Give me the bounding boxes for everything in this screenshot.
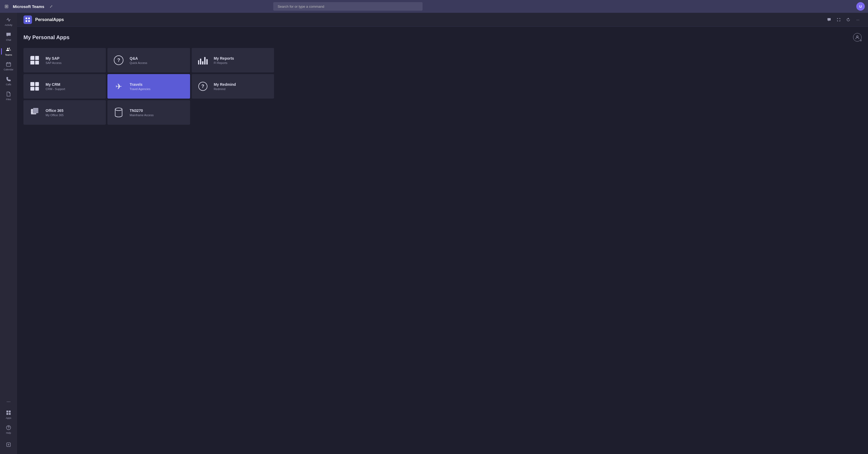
sidebar-item-files[interactable]: Files <box>1 89 16 103</box>
app-tile-name-my-reports: My Reports <box>214 56 269 61</box>
app-tile-desc-qna: Quick Access <box>130 61 184 64</box>
svg-rect-16 <box>28 18 30 19</box>
sidebar-item-share[interactable] <box>1 440 16 451</box>
redmind-icon: ? <box>198 82 208 91</box>
app-tile-icon-travels: ✈ <box>113 81 124 92</box>
svg-point-23 <box>115 108 122 110</box>
app-tile-name-my-crm: My CRM <box>45 82 100 87</box>
sidebar-label-calendar: Calendar <box>4 68 13 71</box>
app-tile-name-qna: Q&A <box>130 56 184 61</box>
app-tile-my-sap[interactable]: My SAP SAP Access <box>24 48 106 72</box>
app-tile-desc-my-crm: CRM - Support <box>45 87 100 91</box>
app-tile-icon-my-reports <box>197 55 209 66</box>
app-tile-desc-my-redmind: Redmind <box>214 87 269 91</box>
app-tile-my-crm[interactable]: My CRM CRM - Support <box>24 74 106 99</box>
app-tile-travels[interactable]: ✈ Travels Travel Agencies <box>107 74 190 99</box>
app-tile-text-qna: Q&A Quick Access <box>130 56 184 64</box>
share-icon <box>6 442 11 448</box>
app-tile-my-reports[interactable]: My Reports FI Reports <box>192 48 274 72</box>
calendar-icon <box>6 62 11 68</box>
content-header-title: PersonalApps <box>35 17 64 22</box>
app-tile-name-travels: Travels <box>130 82 184 87</box>
svg-point-0 <box>7 48 8 49</box>
sidebar-label-help: Help <box>6 432 11 434</box>
user-settings-icon[interactable]: ⚙ <box>853 33 862 41</box>
svg-rect-7 <box>9 411 11 413</box>
app-tile-icon-office365 <box>29 107 40 118</box>
svg-rect-6 <box>6 411 8 413</box>
avatar[interactable]: U <box>856 2 865 11</box>
app-tile-icon-qna: ? <box>113 55 124 66</box>
activity-icon <box>6 17 11 23</box>
page-title: My Personal Apps <box>24 34 69 40</box>
app-tile-name-my-redmind: My Redmind <box>214 82 269 87</box>
app-tile-desc-office365: My Office 365 <box>45 114 100 117</box>
chat-icon <box>6 32 11 38</box>
app-body: Activity Chat Teams Calendar Calls <box>0 13 868 454</box>
app-tile-icon-my-redmind: ? <box>197 81 209 92</box>
refresh-action-btn[interactable] <box>844 16 852 24</box>
sidebar-label-files: Files <box>6 98 11 101</box>
sidebar-more-dots[interactable]: ··· <box>1 397 16 406</box>
app-tile-desc-tn3270: Mainframe Access <box>130 114 184 117</box>
app-tile-desc-my-reports: FI Reports <box>214 61 269 64</box>
app-tile-qna[interactable]: ? Q&A Quick Access <box>107 48 190 72</box>
app-tile-name-office365: Office 365 <box>45 108 100 113</box>
sidebar-label-apps: Apps <box>6 417 11 420</box>
app-tile-text-my-reports: My Reports FI Reports <box>214 56 269 64</box>
page-title-row: My Personal Apps ⚙ <box>24 33 862 41</box>
sidebar-item-calendar[interactable]: Calendar <box>1 59 16 73</box>
app-tile-text-tn3270: TN3270 Mainframe Access <box>130 108 184 117</box>
sidebar-label-activity: Activity <box>5 24 12 27</box>
content-header-actions: ··· <box>825 16 862 24</box>
app-tile-desc-travels: Travel Agencies <box>130 87 184 91</box>
apps-grid: My SAP SAP Access ? Q&A Quick Access My … <box>24 48 274 125</box>
app-tile-text-my-crm: My CRM CRM - Support <box>45 82 100 91</box>
svg-rect-18 <box>28 20 30 22</box>
sidebar-label-calls: Calls <box>6 83 11 86</box>
app-tile-office365[interactable]: Office 365 My Office 365 <box>24 100 106 125</box>
titlebar-right: U <box>856 2 865 11</box>
grid-icon[interactable]: ⊞ <box>3 3 9 9</box>
svg-rect-21 <box>33 108 38 113</box>
svg-point-19 <box>857 36 858 37</box>
titlebar: ⊞ Microsoft Teams ⤢ Search for or type a… <box>0 0 868 13</box>
calls-icon <box>6 76 11 83</box>
page-content: My Personal Apps ⚙ My SAP SAP Access <box>17 27 868 454</box>
sidebar-item-teams[interactable]: Teams <box>1 45 16 59</box>
app-tile-text-office365: Office 365 My Office 365 <box>45 108 100 117</box>
more-action-btn[interactable]: ··· <box>854 16 862 24</box>
svg-point-1 <box>9 48 10 49</box>
svg-rect-15 <box>26 18 27 19</box>
app-tile-my-redmind[interactable]: ? My Redmind Redmind <box>192 74 274 99</box>
search-bar[interactable]: Search for or type a command <box>273 2 423 11</box>
app-tile-text-travels: Travels Travel Agencies <box>130 82 184 91</box>
app-tile-tn3270[interactable]: TN3270 Mainframe Access <box>107 100 190 125</box>
expand-icon[interactable]: ⤢ <box>50 4 53 8</box>
content-area: PersonalApps ··· My Personal Apps <box>17 13 868 454</box>
office-icon <box>30 107 39 118</box>
settings-badge: ⚙ <box>860 39 862 42</box>
sidebar-label-teams: Teams <box>5 54 12 57</box>
expand-action-btn[interactable] <box>835 16 842 24</box>
help-icon <box>6 425 11 431</box>
sidebar-item-activity[interactable]: Activity <box>1 15 16 29</box>
chat-action-btn[interactable] <box>825 16 833 24</box>
teams-icon <box>6 47 11 53</box>
svg-rect-8 <box>6 413 8 415</box>
personal-apps-icon <box>24 15 32 24</box>
sidebar-item-apps[interactable]: Apps <box>1 408 16 422</box>
tn-icon <box>115 108 123 117</box>
sidebar-item-chat[interactable]: Chat <box>1 30 16 44</box>
app-tile-text-my-redmind: My Redmind Redmind <box>214 82 269 91</box>
svg-point-11 <box>8 429 9 429</box>
qna-icon: ? <box>114 56 123 65</box>
app-tile-name-tn3270: TN3270 <box>130 108 184 113</box>
svg-rect-2 <box>6 63 11 66</box>
sidebar-item-help[interactable]: Help <box>1 423 16 437</box>
sidebar-item-calls[interactable]: Calls <box>1 74 16 88</box>
app-tile-desc-my-sap: SAP Access <box>45 61 100 64</box>
app-tile-icon-my-crm <box>29 81 40 92</box>
app-tile-name-my-sap: My SAP <box>45 56 100 61</box>
app-tile-text-my-sap: My SAP SAP Access <box>45 56 100 64</box>
